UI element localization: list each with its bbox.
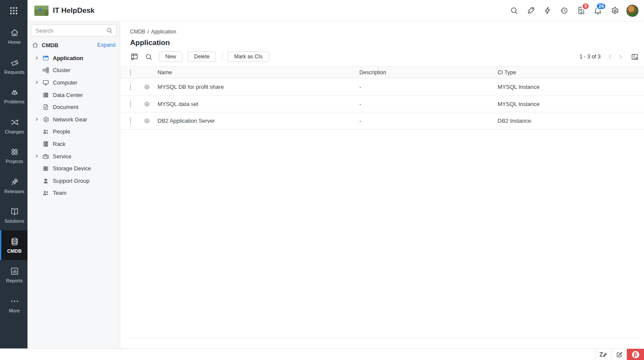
column-header-name[interactable]: Name [158, 70, 359, 76]
previous-page-icon[interactable] [607, 53, 614, 60]
tree-item-document[interactable]: Document [27, 101, 120, 113]
row-actions-gear-icon[interactable] [143, 101, 158, 107]
column-header-ci-type[interactable]: CI Type [498, 70, 644, 76]
cell-name[interactable]: MYSQL data set [158, 101, 359, 107]
tree-item-label: Storage Device [53, 165, 91, 172]
nav-item-home[interactable]: Home [0, 21, 27, 51]
cell-description: - [359, 84, 498, 90]
tree-search-input[interactable] [31, 24, 117, 36]
cell-description: - [359, 118, 498, 124]
tag-add-icon[interactable] [526, 6, 536, 16]
expand-link[interactable]: Expand [97, 42, 115, 48]
search-icon [106, 27, 113, 36]
bug-icon [10, 88, 19, 97]
tree-item-storage-device[interactable]: Storage Device [27, 162, 120, 175]
user-avatar[interactable] [626, 4, 639, 17]
tree-item-people[interactable]: People [27, 126, 120, 138]
nav-item-problems[interactable]: Problems [0, 81, 27, 111]
storage-icon [42, 165, 49, 172]
zap-icon[interactable] [542, 6, 553, 16]
primary-nav: Home Requests Problems Changes Projects … [0, 21, 27, 320]
nav-item-cmdb[interactable]: CMDB [0, 230, 27, 260]
chevron-right-icon[interactable] [33, 56, 40, 60]
table-row[interactable]: MYSQL data set - MYSQL Instance [120, 96, 644, 113]
chevron-right-icon[interactable] [33, 154, 40, 158]
nav-item-more[interactable]: More [0, 290, 27, 320]
row-checkbox[interactable] [130, 100, 131, 108]
nav-item-releases[interactable]: Releases [0, 171, 27, 201]
select-all-checkbox[interactable] [130, 69, 131, 76]
tree-item-label: Team [53, 190, 67, 196]
row-checkbox[interactable] [130, 83, 131, 91]
zia-icon[interactable] [595, 349, 611, 360]
nav-item-reports[interactable]: Reports [0, 260, 27, 290]
bottom-bar: β [0, 348, 644, 360]
feedback-edit-icon[interactable] [611, 349, 627, 360]
main-content: CMDB / Application Application New Delet… [120, 21, 644, 348]
app-switcher-icon[interactable] [0, 0, 27, 21]
view-title: Application [130, 39, 644, 47]
bell-icon[interactable]: 24 [592, 6, 603, 16]
search-icon[interactable] [509, 6, 519, 16]
search-icon[interactable] [145, 53, 153, 61]
settings-gear-icon[interactable] [609, 6, 620, 16]
nav-item-projects[interactable]: Projects [0, 141, 27, 171]
nav-item-changes[interactable]: Changes [0, 111, 27, 141]
table-add-icon[interactable] [130, 52, 139, 61]
ticket-icon [10, 58, 19, 67]
tree-item-data-center[interactable]: Data Center [27, 89, 120, 101]
tree-item-team[interactable]: Team [27, 187, 120, 200]
tree-item-application[interactable]: Application [27, 52, 120, 64]
nav-item-requests[interactable]: Requests [0, 51, 27, 82]
row-actions-gear-icon[interactable] [143, 84, 158, 90]
breadcrumb-root[interactable]: CMDB [130, 29, 145, 35]
cmdb-root-row[interactable]: CMDB Expand [32, 42, 115, 48]
next-page-icon[interactable] [617, 53, 624, 60]
tree-item-label: Data Center [53, 92, 83, 98]
nav-label: More [9, 308, 20, 313]
nav-label: Changes [5, 129, 24, 134]
chevron-right-icon[interactable] [33, 80, 40, 85]
cmdb-root-label: CMDB [42, 42, 58, 48]
nav-label: Releases [4, 189, 24, 194]
book-icon [10, 207, 19, 216]
nav-item-solutions[interactable]: Solutions [0, 200, 27, 230]
notifications-badge: 24 [596, 3, 606, 10]
ci-table: Name Description CI Type MYSQL DB for pr… [120, 66, 644, 130]
home-icon [10, 28, 19, 37]
tree-item-label: Document [53, 104, 78, 110]
tree-item-rack[interactable]: Rack [27, 138, 120, 150]
tree-item-service[interactable]: Service [27, 150, 120, 163]
row-actions-gear-icon[interactable] [143, 118, 158, 124]
tree-item-label: Support Group [53, 178, 89, 184]
cell-name[interactable]: MYSQL DB for profit share [158, 84, 359, 90]
ci-type-tree: Application Cluster Computer Data Center [27, 52, 120, 199]
table-row[interactable]: DB2 Application Server - DB2 Instance [120, 112, 644, 130]
cell-name[interactable]: DB2 Application Server [158, 118, 359, 124]
beta-button[interactable]: β [627, 349, 644, 360]
approvals-icon[interactable]: 9 [576, 6, 586, 16]
tree-item-label: People [53, 128, 70, 135]
tree-item-cluster[interactable]: Cluster [27, 64, 120, 77]
column-header-description[interactable]: Description [359, 70, 498, 76]
mark-as-cis-button[interactable]: Mark as CIs [228, 51, 269, 62]
chevron-right-icon[interactable] [33, 117, 40, 121]
row-checkbox[interactable] [130, 117, 131, 124]
nav-label: Projects [6, 159, 23, 164]
new-button[interactable]: New [159, 51, 182, 62]
delete-button[interactable]: Delete [188, 51, 216, 62]
tree-item-support-group[interactable]: Support Group [27, 175, 120, 187]
tree-item-label: Cluster [53, 67, 70, 73]
tree-item-computer[interactable]: Computer [27, 76, 120, 89]
table-row[interactable]: MYSQL DB for profit share - MYSQL Instan… [120, 79, 644, 96]
rack-icon [42, 140, 49, 148]
column-settings-icon[interactable] [631, 53, 639, 61]
page-title: IT HelpDesk [53, 6, 94, 15]
bandage-icon [10, 147, 19, 157]
tree-item-network-gear[interactable]: Network Gear [27, 113, 120, 126]
history-icon[interactable] [559, 6, 569, 16]
top-bar: IT HelpDesk 9 24 [27, 0, 644, 21]
people-icon [42, 189, 49, 197]
tree-item-label: Application [53, 55, 83, 61]
cell-description: - [359, 101, 498, 107]
